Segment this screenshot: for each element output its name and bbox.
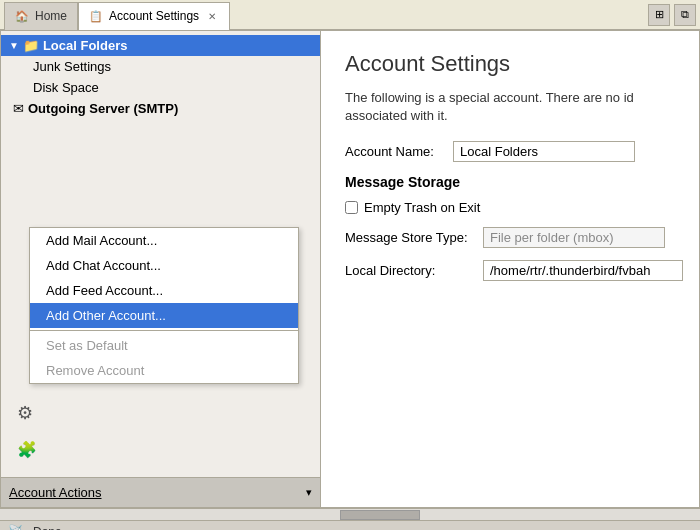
sidebar-items: ▼ 📁 Local Folders Junk Settings Disk Spa… [1,31,320,123]
horizontal-scrollbar[interactable] [0,508,700,520]
smtp-icon: ✉ [13,101,24,116]
content-description: The following is a special account. Ther… [345,89,675,125]
local-directory-label: Local Directory: [345,263,475,278]
message-store-type-row: Message Store Type: [345,227,675,248]
content-area: Account Settings The following is a spec… [321,31,699,507]
message-storage-title: Message Storage [345,174,675,190]
tab-home-label: Home [35,9,67,23]
sidebar: ▼ 📁 Local Folders Junk Settings Disk Spa… [1,31,321,507]
title-bar-actions: ⊞ ⧉ [648,4,696,26]
add-mail-label: Add Mail Account... [46,233,157,248]
empty-trash-label: Empty Trash on Exit [364,200,480,215]
menu-remove-account: Remove Account [30,358,298,383]
scrollbar-thumb[interactable] [340,510,420,520]
account-actions-label: Account Actions [9,485,102,500]
account-name-label: Account Name: [345,144,445,159]
disk-space-label: Disk Space [33,80,99,95]
sidebar-item-disk-space[interactable]: Disk Space [1,77,320,98]
remove-account-label: Remove Account [46,363,144,378]
restore-button[interactable]: ⧉ [674,4,696,26]
status-bar: 📡 Done [0,520,700,530]
account-settings-icon: 📋 [89,10,103,23]
message-store-type-label: Message Store Type: [345,230,475,245]
junk-settings-label: Junk Settings [33,59,111,74]
menu-separator [30,330,298,331]
sidebar-item-local-folders[interactable]: ▼ 📁 Local Folders [1,35,320,56]
tab-close-button[interactable]: ✕ [205,10,219,23]
message-store-type-input[interactable] [483,227,665,248]
local-folders-label: Local Folders [43,38,128,53]
sidebar-item-outgoing-server[interactable]: ✉ Outgoing Server (SMTP) [1,98,320,119]
puzzle-icon[interactable]: 🧩 [17,440,37,459]
set-default-label: Set as Default [46,338,128,353]
grid-button[interactable]: ⊞ [648,4,670,26]
menu-set-default: Set as Default [30,333,298,358]
chevron-icon: ▼ [9,40,19,51]
main-container: ▼ 📁 Local Folders Junk Settings Disk Spa… [0,30,700,508]
menu-add-mail[interactable]: Add Mail Account... [30,228,298,253]
add-chat-label: Add Chat Account... [46,258,161,273]
empty-trash-checkbox[interactable] [345,201,358,214]
local-directory-row: Local Directory: [345,260,675,281]
local-directory-input[interactable] [483,260,683,281]
menu-add-other[interactable]: Add Other Account... [30,303,298,328]
title-bar: 🏠 Home 📋 Account Settings ✕ ⊞ ⧉ [0,0,700,30]
outgoing-server-label: Outgoing Server (SMTP) [28,101,178,116]
tab-account-settings[interactable]: 📋 Account Settings ✕ [78,2,230,30]
sidebar-icons-area: ⚙ 🧩 [1,394,320,467]
tab-home[interactable]: 🏠 Home [4,2,78,30]
tab-account-settings-label: Account Settings [109,9,199,23]
account-name-row: Account Name: [345,141,675,162]
menu-add-chat[interactable]: Add Chat Account... [30,253,298,278]
folder-icon: 📁 [23,38,39,53]
account-name-input[interactable] [453,141,635,162]
menu-add-feed[interactable]: Add Feed Account... [30,278,298,303]
page-title: Account Settings [345,51,675,77]
account-actions-chevron: ▾ [306,486,312,499]
empty-trash-row: Empty Trash on Exit [345,200,675,215]
add-feed-label: Add Feed Account... [46,283,163,298]
sidebar-item-junk-settings[interactable]: Junk Settings [1,56,320,77]
status-icon: 📡 [8,524,25,531]
status-text: Done [33,525,62,531]
home-icon: 🏠 [15,10,29,23]
gear-icon[interactable]: ⚙ [17,402,33,424]
add-other-label: Add Other Account... [46,308,166,323]
account-actions-bar[interactable]: Account Actions ▾ [1,477,320,507]
dropdown-menu: Add Mail Account... Add Chat Account... … [29,227,299,384]
